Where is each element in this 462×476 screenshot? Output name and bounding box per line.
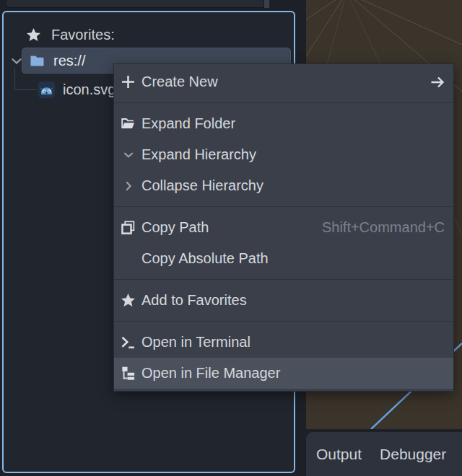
godot-editor: Output Debugger Favorites: res:// — [0, 0, 462, 476]
menu-item-label: Expand Hierarchy — [141, 146, 256, 163]
menu-item-label: Create New — [141, 74, 218, 90]
context-menu: Create NewExpand FolderExpand HierarchyC… — [113, 63, 454, 392]
bottom-panel: Output Debugger — [306, 432, 462, 476]
folder-icon — [29, 53, 45, 69]
tree-item-label: res:// — [53, 53, 85, 69]
tree-item-label: icon.svg — [63, 81, 116, 98]
star-icon — [120, 292, 136, 309]
menu-item-collapse-hierarchy[interactable]: Collapse Hierarchy — [114, 170, 453, 201]
copy-icon — [120, 219, 136, 236]
menu-item-label: Collapse Hierarchy — [141, 177, 263, 194]
terminal-icon — [120, 334, 136, 351]
menu-item-copy-path[interactable]: Copy PathShift+Command+C — [114, 212, 453, 243]
icon-spacer — [120, 250, 136, 267]
menu-item-label: Open in File Manager — [141, 365, 280, 382]
menu-item-create-new[interactable]: Create New — [114, 66, 453, 97]
chevron-down-icon — [120, 146, 136, 163]
menu-separator — [114, 321, 453, 322]
menu-separator — [114, 206, 453, 207]
menu-item-label: Expand Folder — [141, 115, 235, 132]
menu-item-label: Add to Favorites — [141, 292, 247, 309]
menu-item-expand-hierarchy[interactable]: Expand Hierarchy — [114, 139, 453, 170]
star-icon — [25, 27, 42, 43]
favorites-header[interactable]: Favorites: — [4, 22, 115, 47]
scrollbar[interactable] — [264, 0, 269, 8]
open-folder-icon — [120, 115, 136, 132]
chevron-right-icon — [120, 177, 136, 194]
tree-item-icon-svg[interactable]: icon.svg — [38, 79, 116, 100]
tab-debugger[interactable]: Debugger — [380, 446, 446, 463]
menu-item-expand-folder[interactable]: Expand Folder — [114, 108, 453, 139]
menu-item-label: Copy Absolute Path — [141, 250, 269, 267]
favorites-label: Favorites: — [51, 27, 115, 43]
filter-files-input[interactable] — [6, 0, 264, 8]
menu-item-copy-absolute-path[interactable]: Copy Absolute Path — [114, 243, 453, 274]
menu-item-add-to-favorites[interactable]: Add to Favorites — [114, 285, 453, 316]
file-manager-icon — [120, 365, 136, 382]
menu-item-shortcut: Shift+Command+C — [322, 219, 446, 236]
tree-guide-line — [14, 69, 37, 90]
godot-file-icon — [38, 81, 55, 98]
menu-separator — [114, 279, 453, 280]
menu-item-open-in-file-manager[interactable]: Open in File Manager — [114, 358, 453, 389]
menu-separator — [114, 102, 453, 103]
tab-output[interactable]: Output — [316, 446, 362, 463]
submenu-arrow-icon — [429, 74, 446, 91]
menu-item-open-in-terminal[interactable]: Open in Terminal — [114, 327, 453, 358]
menu-item-label: Copy Path — [141, 219, 209, 236]
plus-icon — [120, 74, 136, 90]
menu-item-label: Open in Terminal — [141, 334, 250, 351]
